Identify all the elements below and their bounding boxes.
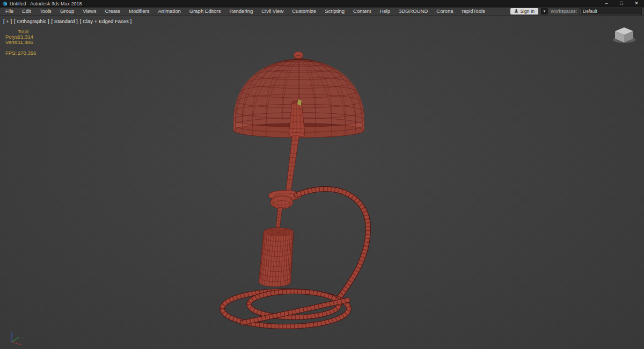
menu-item-group[interactable]: Group bbox=[56, 8, 78, 15]
menu-item-rapidtools[interactable]: rapidTools bbox=[457, 8, 489, 15]
menu-bar: FileEditToolsGroupViewsCreateModifiersAn… bbox=[0, 8, 644, 16]
viewport-canvas[interactable] bbox=[0, 16, 644, 349]
viewport[interactable]: [ + ] [ Orthographic ] [ Standard ] [ Cl… bbox=[0, 16, 644, 349]
window-title: Untitled - Autodesk 3ds Max 2018 bbox=[10, 0, 82, 8]
menu-item-edit[interactable]: Edit bbox=[18, 8, 35, 15]
maximize-button[interactable]: □ bbox=[614, 0, 629, 8]
menu-item-civil-view[interactable]: Civil View bbox=[257, 8, 288, 15]
app-icon bbox=[2, 1, 8, 6]
menu-items: FileEditToolsGroupViewsCreateModifiersAn… bbox=[1, 8, 489, 15]
menu-item-corona[interactable]: Corona bbox=[432, 8, 457, 15]
window-controls: – □ ✕ bbox=[599, 0, 644, 8]
viewport-label: [ + ] [ Orthographic ] [ Standard ] [ Cl… bbox=[3, 18, 131, 24]
viewport-menu-shading[interactable]: [ Clay + Edged Faces ] bbox=[80, 18, 131, 24]
statistics-overlay: Total Polys:21,314 Verts:11,485 FPS:270,… bbox=[5, 29, 36, 56]
workspaces-label: Workspaces: bbox=[551, 9, 577, 14]
axis-tripod-icon bbox=[12, 332, 21, 345]
person-icon bbox=[514, 9, 518, 14]
sign-in-button[interactable]: Sign In bbox=[510, 8, 538, 14]
viewport-menu-style[interactable]: [ Standard ] bbox=[52, 18, 78, 24]
stats-fps-value: 270,356 bbox=[18, 50, 36, 56]
workspace-dropdown[interactable]: Default bbox=[580, 8, 642, 15]
viewport-menu-plus[interactable]: [ + ] bbox=[3, 18, 12, 24]
menu-item-graph-editors[interactable]: Graph Editors bbox=[185, 8, 225, 15]
menu-item-create[interactable]: Create bbox=[100, 8, 125, 15]
menu-item-content[interactable]: Content bbox=[349, 8, 375, 15]
menu-item-tools[interactable]: Tools bbox=[35, 8, 56, 15]
menu-item-file[interactable]: File bbox=[1, 8, 18, 15]
menu-item-customize[interactable]: Customize bbox=[288, 8, 320, 15]
chevron-down-icon[interactable]: ▼ bbox=[541, 8, 548, 14]
close-button[interactable]: ✕ bbox=[629, 0, 644, 8]
sign-in-label: Sign In bbox=[521, 9, 535, 14]
menu-item-help[interactable]: Help bbox=[375, 8, 394, 15]
minimize-button[interactable]: – bbox=[599, 0, 614, 8]
stats-fps-label: FPS: bbox=[5, 50, 18, 56]
menu-item-scripting[interactable]: Scripting bbox=[320, 8, 349, 15]
menubar-right: Sign In ▼ Workspaces: Default bbox=[510, 8, 644, 15]
menu-item-animation[interactable]: Animation bbox=[154, 8, 185, 15]
stats-verts-value: 11,485 bbox=[18, 40, 33, 45]
stats-verts-label: Verts: bbox=[5, 40, 18, 45]
menu-item-rendering[interactable]: Rendering bbox=[225, 8, 257, 15]
menu-item-views[interactable]: Views bbox=[78, 8, 100, 15]
title-bar: Untitled - Autodesk 3ds Max 2018 – □ ✕ bbox=[0, 0, 644, 8]
viewport-menu-view[interactable]: [ Orthographic ] bbox=[14, 18, 49, 24]
3dsmax-window: Untitled - Autodesk 3ds Max 2018 – □ ✕ F… bbox=[0, 0, 644, 349]
workspace-value: Default bbox=[583, 9, 597, 14]
menu-item-modifiers[interactable]: Modifiers bbox=[125, 8, 154, 15]
menu-item-3dground[interactable]: 3DGROUND bbox=[394, 8, 432, 15]
lamp-model[interactable] bbox=[222, 52, 368, 326]
viewcube-icon[interactable] bbox=[613, 27, 635, 43]
